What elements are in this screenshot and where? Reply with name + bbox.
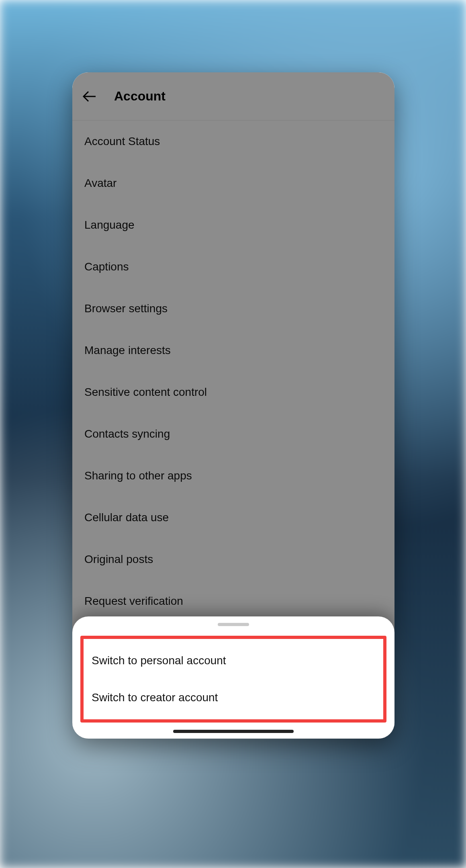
menu-captions[interactable]: Captions (72, 246, 394, 288)
menu-language[interactable]: Language (72, 204, 394, 246)
phone-frame: Account Account Status Avatar Language C… (72, 72, 394, 739)
menu-avatar[interactable]: Avatar (72, 162, 394, 204)
menu-original-posts[interactable]: Original posts (72, 538, 394, 580)
sheet-option-switch-personal[interactable]: Switch to personal account (84, 642, 383, 679)
menu-account-status[interactable]: Account Status (72, 121, 394, 162)
arrow-left-icon (82, 88, 98, 104)
menu-request-verification[interactable]: Request verification (72, 580, 394, 622)
switch-account-type-sheet: Switch to personal account Switch to cre… (72, 616, 394, 739)
header-bar: Account (72, 72, 394, 121)
annotation-highlight-box: Switch to personal account Switch to cre… (80, 636, 386, 723)
home-indicator[interactable] (173, 730, 294, 733)
menu-contacts-syncing[interactable]: Contacts syncing (72, 413, 394, 455)
menu-cellular-data-use[interactable]: Cellular data use (72, 497, 394, 538)
menu-browser-settings[interactable]: Browser settings (72, 288, 394, 330)
back-button[interactable] (80, 87, 100, 106)
sheet-option-switch-creator[interactable]: Switch to creator account (84, 679, 383, 716)
menu-sharing-to-other-apps[interactable]: Sharing to other apps (72, 455, 394, 497)
menu-sensitive-content[interactable]: Sensitive content control (72, 371, 394, 413)
sheet-grabber[interactable] (218, 623, 249, 626)
menu-manage-interests[interactable]: Manage interests (72, 330, 394, 371)
page-title: Account (114, 89, 166, 104)
